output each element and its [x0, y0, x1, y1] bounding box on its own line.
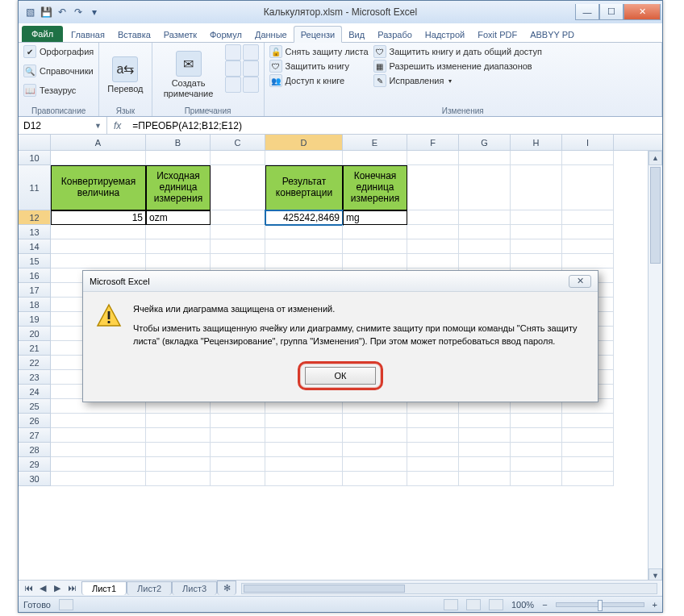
show-ink-icon[interactable] — [243, 77, 259, 93]
delete-comment-icon[interactable] — [225, 44, 241, 60]
cell-F29[interactable] — [407, 457, 459, 472]
sheet-nav-first-icon[interactable]: ⏮ — [22, 583, 35, 593]
row-header-27[interactable]: 27 — [19, 428, 51, 443]
prev-comment-icon[interactable] — [243, 44, 259, 60]
cell-F14[interactable] — [407, 239, 459, 254]
cell-D28[interactable] — [265, 443, 343, 457]
scroll-thumb[interactable] — [650, 167, 661, 264]
col-header-H[interactable]: H — [511, 135, 562, 150]
name-box[interactable]: D12 ▼ — [19, 117, 107, 134]
cell-I12[interactable] — [562, 210, 614, 225]
zoom-in-button[interactable]: + — [653, 600, 657, 610]
tab-data[interactable]: Данные — [248, 27, 294, 42]
cell-G12[interactable] — [459, 210, 511, 225]
show-comment-icon[interactable] — [243, 60, 259, 77]
tab-home[interactable]: Главная — [65, 27, 111, 42]
row-header-17[interactable]: 17 — [19, 283, 51, 298]
cell-H30[interactable] — [511, 472, 562, 486]
cell-F11[interactable] — [407, 165, 459, 210]
fx-icon[interactable]: fx — [114, 120, 121, 131]
zoom-slider[interactable] — [556, 602, 644, 607]
cell-E26[interactable] — [343, 414, 407, 428]
cell-H14[interactable] — [511, 239, 562, 254]
cell-G11[interactable] — [459, 165, 511, 210]
cell-G27[interactable] — [459, 428, 511, 443]
cell-D14[interactable] — [265, 239, 343, 254]
cell-A27[interactable] — [51, 428, 146, 443]
row-header-23[interactable]: 23 — [19, 370, 51, 385]
col-header-A[interactable]: A — [51, 135, 146, 150]
cell-E30[interactable] — [343, 472, 407, 486]
cell-A10[interactable] — [51, 151, 146, 165]
cell-I29[interactable] — [562, 457, 614, 472]
view-layout-icon[interactable] — [466, 599, 481, 610]
cell-H12[interactable] — [511, 210, 562, 225]
tab-review[interactable]: Рецензи — [294, 26, 343, 43]
cell-A11[interactable]: Конвертируемая величина — [51, 165, 146, 210]
sheet-tab-1[interactable]: Лист1 — [81, 581, 127, 595]
cell-E14[interactable] — [343, 239, 407, 254]
col-header-I[interactable]: I — [562, 135, 614, 150]
cell-C28[interactable] — [211, 443, 265, 457]
row-header-19[interactable]: 19 — [19, 312, 51, 327]
cell-I10[interactable] — [562, 151, 614, 165]
dialog-close-button[interactable]: ✕ — [569, 275, 591, 288]
col-header-E[interactable]: E — [343, 135, 407, 150]
tab-foxit[interactable]: Foxit PDF — [471, 27, 523, 42]
row-header-21[interactable]: 21 — [19, 341, 51, 356]
horizontal-scrollbar[interactable] — [241, 583, 657, 594]
cell-C29[interactable] — [211, 457, 265, 472]
cell-E13[interactable] — [343, 225, 407, 239]
research-button[interactable]: 🔍Справочники — [23, 64, 94, 78]
cell-B29[interactable] — [146, 457, 211, 472]
tab-formulas[interactable]: Формул — [203, 27, 248, 42]
tab-view[interactable]: Вид — [342, 27, 371, 42]
cell-I15[interactable] — [562, 254, 614, 268]
tab-layout[interactable]: Разметк — [157, 27, 203, 42]
cell-D30[interactable] — [265, 472, 343, 486]
cell-B26[interactable] — [146, 414, 211, 428]
cell-B11[interactable]: Исходная единица измерения — [146, 165, 211, 210]
cell-H11[interactable] — [511, 165, 562, 210]
col-header-G[interactable]: G — [459, 135, 511, 150]
cell-A28[interactable] — [51, 443, 146, 457]
row-header-14[interactable]: 14 — [19, 239, 51, 254]
sheet-tab-3[interactable]: Лист3 — [172, 581, 217, 595]
chevron-down-icon[interactable]: ▼ — [94, 122, 102, 130]
cell-C15[interactable] — [211, 254, 265, 268]
cell-G14[interactable] — [459, 239, 511, 254]
col-header-D[interactable]: D — [265, 135, 343, 150]
cell-I26[interactable] — [562, 414, 614, 428]
row-header-26[interactable]: 26 — [19, 414, 51, 428]
cell-A12[interactable]: 15 — [51, 210, 146, 225]
col-header-C[interactable]: C — [211, 135, 265, 150]
cell-D26[interactable] — [265, 414, 343, 428]
cell-I30[interactable] — [562, 472, 614, 486]
cell-G29[interactable] — [459, 457, 511, 472]
cell-E12[interactable]: mg — [343, 210, 407, 225]
cell-H10[interactable] — [511, 151, 562, 165]
cell-A26[interactable] — [51, 414, 146, 428]
sheet-nav-prev-icon[interactable]: ◀ — [36, 583, 49, 593]
cell-F26[interactable] — [407, 414, 459, 428]
cell-D29[interactable] — [265, 457, 343, 472]
row-header-20[interactable]: 20 — [19, 327, 51, 341]
formula-input[interactable]: =ПРЕОБР(A12;B12;E12) — [127, 120, 662, 131]
row-header-18[interactable]: 18 — [19, 298, 51, 312]
allow-ranges-button[interactable]: ▦Разрешить изменение диапазонов — [373, 59, 542, 73]
cell-B30[interactable] — [146, 472, 211, 486]
close-button[interactable]: ✕ — [624, 4, 661, 20]
select-all-corner[interactable] — [19, 135, 51, 150]
scroll-up-icon[interactable]: ▲ — [649, 151, 662, 165]
cell-C10[interactable] — [211, 151, 265, 165]
cell-I28[interactable] — [562, 443, 614, 457]
cell-H26[interactable] — [511, 414, 562, 428]
cell-C27[interactable] — [211, 428, 265, 443]
tab-developer[interactable]: Разрабо — [371, 27, 419, 42]
cell-E27[interactable] — [343, 428, 407, 443]
cell-F12[interactable] — [407, 210, 459, 225]
sheet-tab-2[interactable]: Лист2 — [127, 581, 172, 595]
spelling-button[interactable]: ✔Орфография — [23, 44, 94, 59]
row-header-15[interactable]: 15 — [19, 254, 51, 268]
qat-dropdown-icon[interactable]: ▾ — [88, 6, 101, 19]
